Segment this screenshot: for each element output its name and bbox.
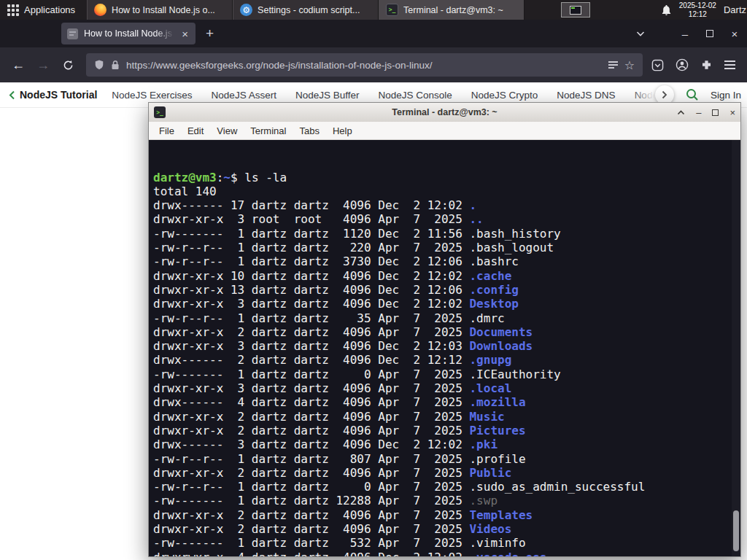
terminal-line: -rw------- 1 dartz dartz 1120 Dec 2 11:5… [153,227,730,241]
workspace-switcher[interactable] [561,2,590,18]
workspace-window-icon [570,6,581,15]
chevron-left-icon [9,90,15,100]
gfg-tutorial-back[interactable]: NodeJS Tutorial [9,89,97,101]
terminal-line: drwxr-xr-x 3 dartz dartz 4096 Dec 2 12:0… [153,297,730,311]
taskbar-label: How to Install Node.js o... [112,5,215,15]
lock-icon[interactable] [111,60,120,70]
tab-bar: How to Install Node.js on × + – × [0,20,747,47]
terminal-menu-tabs[interactable]: Tabs [293,124,325,138]
settings-gear-icon: ⚙ [240,4,252,16]
panel-status-area: 2025-12-02 12:12 Dartz [661,1,747,18]
page-favicon [67,28,78,39]
terminal-menu-edit[interactable]: Edit [181,124,210,138]
terminal-line: -rw------- 1 dartz dartz 12288 Apr 7 202… [153,494,730,508]
terminal-line: -rw-r--r-- 1 dartz dartz 3730 Dec 2 12:0… [153,254,730,268]
bookmark-star-icon[interactable]: ☆ [624,58,635,72]
notification-bell-icon[interactable] [661,4,672,16]
terminal-output[interactable]: dartz@vm3:~$ ls -latotal 140drwx------ 1… [149,140,740,556]
taskbar-label: Settings - codium script... [258,5,360,15]
menu-hamburger-icon[interactable] [724,61,735,69]
forward-button[interactable]: → [31,53,55,77]
gfg-nav-item[interactable]: NodeJS Buffer [295,90,360,101]
window-controls: – × [636,20,747,47]
terminal-menubar: FileEditViewTerminalTabsHelp [149,122,740,140]
pocket-icon[interactable] [651,59,664,71]
terminal-close-button[interactable]: × [729,107,735,118]
terminal-command: ls -la [244,171,287,184]
maximize-icon [706,30,713,37]
firefox-icon [94,4,107,16]
top-panel: Applications How to Install Node.js o...… [0,0,747,20]
shade-window-button[interactable] [677,110,685,115]
terminal-line: -rw-r--r-- 1 dartz dartz 807 Apr 7 2025 … [153,452,730,466]
url-text[interactable]: https://www.geeksforgeeks.org/node-js/in… [126,60,602,71]
browser-tab[interactable]: How to Install Node.js on × [61,23,196,44]
applications-menu[interactable]: Applications [0,0,82,20]
terminal-line: -rw------- 1 dartz dartz 0 Apr 7 2025 .I… [153,368,730,381]
chevron-right-icon [662,90,667,99]
terminal-window-controls: – × [677,107,735,118]
account-icon[interactable] [676,58,689,71]
taskbar-label: Terminal - dartz@vm3: ~ [403,5,503,15]
terminal-scrollbar-thumb[interactable] [733,510,739,551]
back-button[interactable]: ← [6,53,31,77]
reader-view-icon[interactable] [608,60,618,70]
terminal-minimize-button[interactable]: – [696,107,701,118]
applications-label: Applications [24,4,75,15]
gfg-nav-item[interactable]: NodeJS Exercises [112,90,192,101]
window-close-button[interactable]: × [722,20,747,47]
list-tabs-chevron-icon[interactable] [636,31,645,36]
terminal-menu-help[interactable]: Help [326,124,359,138]
url-bar[interactable]: https://www.geeksforgeeks.org/node-js/in… [86,53,643,77]
terminal-line: drwx------ 2 dartz dartz 4096 Dec 2 12:1… [153,353,730,367]
terminal-line: drwxr-xr-x 2 dartz dartz 4096 Apr 7 2025… [153,466,730,480]
terminal-menu-file[interactable]: File [152,124,181,138]
terminal-menu-view[interactable]: View [210,124,244,138]
panel-user-label[interactable]: Dartz [724,4,746,15]
terminal-window: >_ Terminal - dartz@vm3: ~ – × FileEditV… [148,102,741,557]
gfg-nav-item[interactable]: NodeJS Assert [212,90,276,101]
reload-button[interactable] [55,53,80,77]
terminal-icon: >_ [386,4,398,16]
toolbar-icons [651,58,735,71]
applications-icon [7,4,19,16]
tab-close-button[interactable]: × [180,28,190,40]
taskbar: How to Install Node.js o... ⚙ Settings -… [87,0,525,20]
terminal-line: -rw-r--r-- 1 dartz dartz 220 Apr 7 2025 … [153,241,730,254]
search-icon[interactable] [686,88,699,101]
terminal-title: Terminal - dartz@vm3: ~ [149,107,740,117]
terminal-line: -rw-r--r-- 1 dartz dartz 0 Apr 7 2025 .s… [153,480,730,494]
terminal-menu-terminal[interactable]: Terminal [244,124,293,138]
tab-title: How to Install Node.js on [84,28,174,39]
terminal-prompt-line: dartz@vm3:~$ ls -la [153,171,730,184]
terminal-scrollbar[interactable] [732,140,740,556]
terminal-line: drwxrwxr-x 4 dartz dartz 4096 Dec 2 12:0… [153,551,730,556]
terminal-line: drwxr-xr-x 2 dartz dartz 4096 Apr 7 2025… [153,424,730,438]
terminal-titlebar[interactable]: >_ Terminal - dartz@vm3: ~ – × [149,103,740,122]
gfg-nav-item[interactable]: NodeJS Console [378,90,452,101]
window-maximize-button[interactable] [697,20,722,47]
desktop: Applications How to Install Node.js o...… [0,0,747,560]
window-minimize-button[interactable]: – [673,20,697,47]
taskbar-item-terminal[interactable]: >_ Terminal - dartz@vm3: ~ [379,0,525,20]
gfg-nav-item[interactable]: NodeJS Crypto [471,90,538,101]
new-tab-button[interactable]: + [206,26,214,42]
taskbar-item-settings[interactable]: ⚙ Settings - codium script... [233,0,379,20]
gfg-nav-item[interactable]: NodeJS DNS [557,90,615,101]
terminal-line: drwx------ 17 dartz dartz 4096 Dec 2 12:… [153,198,730,212]
extensions-puzzle-icon[interactable] [700,59,713,71]
terminal-line: drwxr-xr-x 10 dartz dartz 4096 Dec 2 12:… [153,269,730,283]
terminal-maximize-button[interactable] [712,109,719,116]
terminal-line: drwx------ 4 dartz dartz 4096 Apr 7 2025… [153,395,730,409]
terminal-line: -rw------- 1 dartz dartz 532 Apr 7 2025 … [153,536,730,550]
sign-in-button[interactable]: Sign In [711,90,741,101]
terminal-line: drwxr-xr-x 2 dartz dartz 4096 Apr 7 2025… [153,508,730,522]
tracking-shield-icon[interactable] [94,59,104,71]
terminal-lines: dartz@vm3:~$ ls -latotal 140drwx------ 1… [153,171,730,556]
browser-toolbar: ← → https://www.geeksforgeeks.org/node-j… [0,47,747,82]
clock-time: 12:12 [679,10,716,19]
taskbar-item-firefox[interactable]: How to Install Node.js o... [87,0,233,20]
terminal-line: drwxr-xr-x 2 dartz dartz 4096 Apr 7 2025… [153,325,730,339]
terminal-line: drwxr-xr-x 13 dartz dartz 4096 Dec 2 12:… [153,283,730,297]
panel-clock[interactable]: 2025-12-02 12:12 [679,1,716,18]
